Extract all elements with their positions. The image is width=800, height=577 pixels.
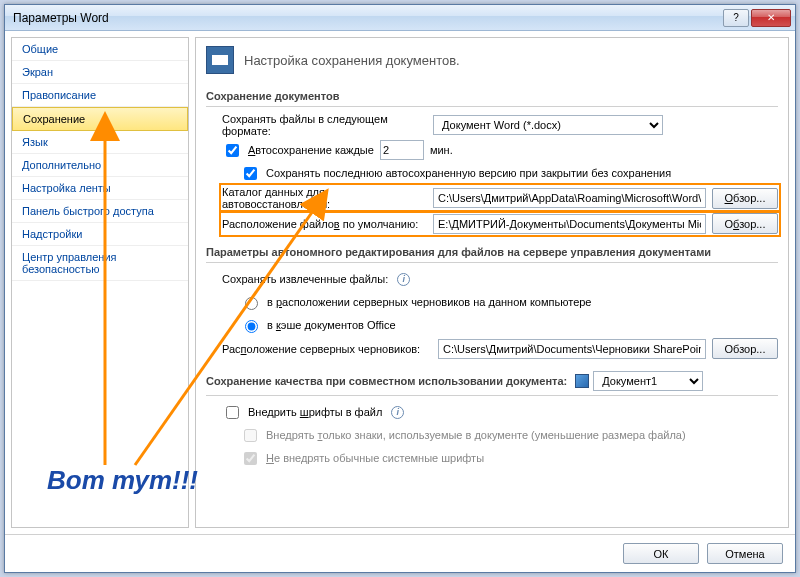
file-format-select[interactable]: Документ Word (*.docx) [433, 115, 663, 135]
sidebar-item-advanced[interactable]: Дополнительно [12, 154, 188, 177]
section-save-title: Сохранение документов [206, 86, 778, 107]
sidebar-item-language[interactable]: Язык [12, 131, 188, 154]
help-button[interactable]: ? [723, 9, 749, 27]
titlebar-text: Параметры Word [13, 11, 721, 25]
info-icon[interactable]: i [397, 273, 410, 286]
document-icon [575, 374, 589, 388]
page-header: Настройка сохранения документов. [244, 53, 460, 68]
ok-button[interactable]: ОК [623, 543, 699, 564]
sidebar-item-proofing[interactable]: Правописание [12, 84, 188, 107]
default-location-label: Расположение файлов по умолчанию: [222, 218, 427, 230]
sidebar-item-ribbon[interactable]: Настройка ленты [12, 177, 188, 200]
autosave-minutes[interactable] [380, 140, 424, 160]
embed-used-only-label: Внедрять только знаки, используемые в до… [266, 429, 686, 441]
autosave-label: Автосохранение каждые [248, 144, 374, 156]
cancel-button[interactable]: Отмена [707, 543, 783, 564]
keep-last-autosave-checkbox[interactable] [244, 167, 257, 180]
drafts-dir-label: Расположение серверных черновиков: [222, 343, 432, 355]
no-system-fonts-label: Не внедрять обычные системные шрифты [266, 452, 484, 464]
content-panel: Настройка сохранения документов. Сохране… [195, 37, 789, 528]
options-dialog: Параметры Word ? ✕ Общие Экран Правописа… [4, 4, 796, 573]
default-location-browse-button[interactable]: Обзор... [712, 213, 778, 234]
no-system-fonts-checkbox [244, 452, 257, 465]
sidebar-item-addins[interactable]: Надстройки [12, 223, 188, 246]
titlebar[interactable]: Параметры Word ? ✕ [5, 5, 795, 31]
sidebar-item-save[interactable]: Сохранение [12, 107, 188, 131]
close-button[interactable]: ✕ [751, 9, 791, 27]
category-sidebar: Общие Экран Правописание Сохранение Язык… [11, 37, 189, 528]
save-icon [206, 46, 234, 74]
sidebar-item-trustcenter[interactable]: Центр управления безопасностью [12, 246, 188, 281]
section-fidelity-title: Сохранение качества при совместном испол… [206, 367, 778, 396]
sidebar-item-display[interactable]: Экран [12, 61, 188, 84]
radio-office-cache-label: в кэше документов Office [267, 319, 396, 331]
default-location-input[interactable] [433, 214, 706, 234]
drafts-browse-button[interactable]: Обзор... [712, 338, 778, 359]
keep-last-autosave-label: Сохранять последнюю автосохраненную верс… [266, 167, 671, 179]
radio-server-drafts[interactable] [245, 297, 258, 310]
fidelity-document-select[interactable]: Документ1 [593, 371, 703, 391]
autosave-checkbox[interactable] [226, 144, 239, 157]
drafts-dir-input[interactable] [438, 339, 706, 359]
info-icon[interactable]: i [391, 406, 404, 419]
section-offline-title: Параметры автономного редактирования для… [206, 242, 778, 263]
radio-office-cache[interactable] [245, 320, 258, 333]
embed-fonts-label: Внедрить шрифты в файл [248, 406, 382, 418]
autorecover-dir-label: Каталог данных для автовосстановления: [222, 186, 427, 210]
radio-server-drafts-label: в расположении серверных черновиков на д… [267, 296, 592, 308]
save-checked-out-label: Сохранять извлеченные файлы: [222, 273, 388, 285]
autorecover-browse-button[interactable]: Обзор... [712, 188, 778, 209]
autorecover-dir-input[interactable] [433, 188, 706, 208]
embed-fonts-checkbox[interactable] [226, 406, 239, 419]
autosave-unit: мин. [430, 144, 453, 156]
dialog-footer: ОК Отмена [5, 534, 795, 572]
embed-used-only-checkbox [244, 429, 257, 442]
sidebar-item-general[interactable]: Общие [12, 38, 188, 61]
sidebar-item-qat[interactable]: Панель быстрого доступа [12, 200, 188, 223]
format-label: Сохранять файлы в следующем формате: [222, 113, 427, 137]
